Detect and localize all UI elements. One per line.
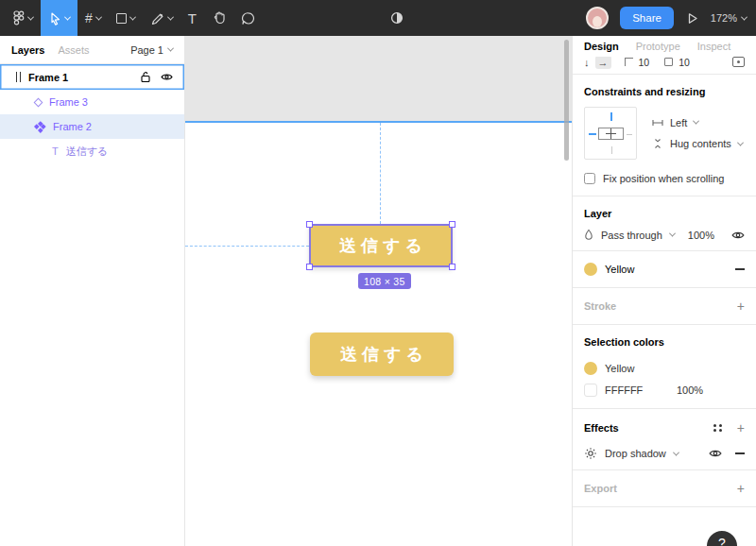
canvas-scrollbar[interactable] — [564, 40, 569, 161]
tab-prototype[interactable]: Prototype — [636, 41, 680, 52]
contrast-theme-icon[interactable] — [389, 10, 404, 26]
tab-layers[interactable]: Layers — [11, 44, 44, 56]
chevron-down-icon — [27, 13, 34, 20]
zoom-level-value: 172% — [711, 12, 737, 24]
padding-icon — [664, 58, 673, 66]
selection-colors-title: Selection colors — [584, 336, 745, 348]
add-effect-icon[interactable]: + — [737, 420, 745, 435]
present-button[interactable] — [685, 11, 699, 26]
user-avatar[interactable] — [586, 7, 609, 29]
layer-section: Layer Pass through 100% — [573, 196, 756, 250]
layer-title: Layer — [584, 208, 745, 219]
vertical-constraint-dropdown[interactable]: Hug contents — [652, 138, 745, 149]
visibility-eye-icon[interactable] — [161, 73, 173, 81]
constraint-left-pin[interactable] — [589, 133, 596, 135]
comment-bubble-icon — [241, 11, 255, 26]
layer-row-text[interactable]: T 送信する — [0, 139, 184, 163]
zoom-level-control[interactable]: 172% — [711, 12, 747, 24]
hand-tool-button[interactable] — [204, 0, 233, 36]
effect-type-dropdown[interactable]: Drop shadow — [605, 448, 666, 459]
layer-row-frame-2[interactable]: Frame 2 — [0, 114, 184, 139]
chevron-down-icon — [673, 449, 679, 455]
fix-position-checkbox[interactable] — [584, 173, 595, 184]
selection-handle-bottom-left[interactable] — [306, 264, 313, 270]
selection-handle-bottom-right[interactable] — [449, 264, 455, 270]
submit-button-text: 送信する — [340, 343, 428, 366]
selection-handle-top-left[interactable] — [306, 221, 313, 228]
pen-tool-icon — [150, 10, 164, 26]
shape-tool-button[interactable] — [109, 0, 143, 36]
unlock-icon[interactable] — [140, 71, 151, 83]
tab-design[interactable]: Design — [584, 41, 619, 52]
constraints-title: Constraints and resizing — [584, 86, 745, 97]
chevron-down-icon — [95, 13, 102, 20]
selected-submit-button-object[interactable]: 送信する — [309, 224, 453, 267]
effect-styles-icon[interactable] — [713, 424, 722, 433]
inspector-tabs: Design Prototype Inspect — [573, 36, 756, 57]
horizontal-constraint-value: Left — [670, 117, 687, 128]
remove-fill-icon[interactable] — [735, 268, 745, 270]
selection-color-row[interactable]: Yellow — [584, 357, 745, 379]
page-selector-label: Page 1 — [130, 44, 163, 56]
selection-color-name: Yellow — [605, 363, 634, 374]
share-button[interactable]: Share — [620, 7, 674, 29]
spacing-value[interactable]: 10 — [639, 57, 650, 68]
pen-tool-button[interactable] — [143, 0, 180, 36]
layer-label: Frame 1 — [28, 72, 68, 83]
autolayout-horizontal-icon[interactable]: → — [595, 57, 611, 69]
frame-edge-highlight — [185, 121, 572, 123]
effect-row[interactable]: Drop shadow — [584, 447, 745, 460]
constraints-widget[interactable] — [584, 107, 637, 160]
frame-tool-button[interactable]: # — [77, 0, 109, 36]
chevron-down-icon — [741, 13, 747, 20]
selection-color-opacity[interactable]: 100% — [677, 384, 703, 396]
chevron-down-icon — [693, 118, 699, 125]
comment-tool-button[interactable] — [233, 0, 263, 36]
submit-button-text: 送信する — [339, 234, 427, 257]
text-tool-button[interactable]: T — [180, 0, 204, 36]
constraint-bottom-pin[interactable] — [611, 146, 612, 154]
move-cursor-icon — [48, 11, 61, 26]
fill-style-row[interactable]: Yellow — [573, 251, 756, 287]
effect-settings-sun-icon[interactable] — [584, 447, 597, 460]
canvas[interactable]: 送信する 108 × 35 送信する — [185, 36, 572, 546]
fix-position-label: Fix position when scrolling — [603, 173, 724, 184]
selection-handle-top-right[interactable] — [449, 221, 455, 228]
horizontal-constraint-dropdown[interactable]: Left — [652, 117, 745, 128]
fix-position-row[interactable]: Fix position when scrolling — [584, 173, 745, 184]
fill-color-swatch[interactable] — [584, 263, 597, 276]
constraint-top-pin[interactable] — [610, 112, 612, 121]
remove-effect-icon[interactable] — [735, 452, 745, 454]
layer-row-frame-1[interactable]: Frame 1 — [0, 64, 184, 90]
add-stroke-icon[interactable]: + — [737, 299, 745, 314]
blend-mode-dropdown[interactable]: Pass through — [601, 230, 662, 241]
constraint-right-pin[interactable] — [627, 134, 632, 135]
submit-button-object[interactable]: 送信する — [310, 333, 454, 376]
tab-assets[interactable]: Assets — [58, 44, 89, 56]
frame-diamond-icon — [34, 97, 43, 107]
chevron-down-icon — [167, 45, 174, 52]
move-tool-button[interactable] — [41, 0, 77, 36]
selection-color-swatch-yellow[interactable] — [584, 362, 597, 375]
autolayout-row-clipped: ↓ → 10 10 — [573, 57, 756, 74]
text-layer-icon: T — [52, 145, 59, 157]
export-title: Export — [584, 483, 617, 494]
autolayout-options-icon[interactable] — [732, 57, 745, 67]
tab-inspect[interactable]: Inspect — [697, 41, 730, 52]
help-button[interactable]: ? — [707, 531, 737, 546]
selection-color-swatch-white[interactable] — [584, 384, 597, 397]
padding-value[interactable]: 10 — [679, 57, 690, 68]
page-selector[interactable]: Page 1 — [130, 44, 173, 56]
main-menu-button[interactable] — [6, 0, 41, 36]
top-toolbar: # T — [0, 0, 756, 36]
selection-colors-section: Selection colors Yellow FFFFFF 100% — [573, 325, 756, 408]
rectangle-tool-icon — [116, 13, 127, 24]
autolayout-vertical-icon[interactable]: ↓ — [584, 57, 590, 68]
layer-opacity-value[interactable]: 100% — [688, 230, 714, 241]
layer-visibility-eye-icon[interactable] — [731, 230, 745, 240]
selection-color-row[interactable]: FFFFFF 100% — [584, 379, 745, 401]
effect-visibility-eye-icon[interactable] — [709, 449, 722, 458]
add-export-icon[interactable]: + — [737, 481, 745, 496]
spacing-icon — [625, 58, 633, 66]
layer-row-frame-3[interactable]: Frame 3 — [0, 90, 184, 114]
